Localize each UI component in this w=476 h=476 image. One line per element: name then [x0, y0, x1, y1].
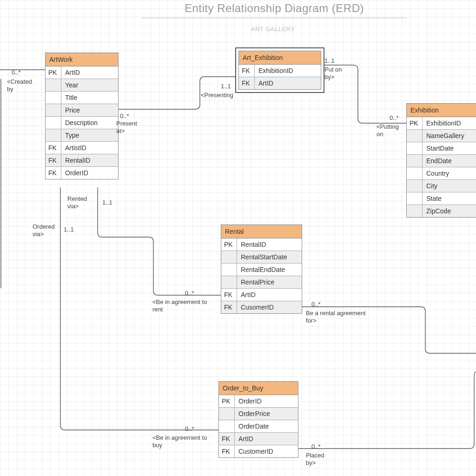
- key-cell: [219, 408, 235, 420]
- table-row: FKArtID: [219, 432, 298, 445]
- key-cell: [407, 205, 423, 217]
- val-cell: Title: [61, 92, 118, 104]
- val-cell: Description: [61, 117, 118, 129]
- key-cell: FK: [219, 445, 235, 457]
- key-cell: [407, 167, 423, 179]
- table-row: RentalEndDate: [221, 263, 302, 276]
- entity-order-rows: PKOrderIDOrderPriceOrderDateFKArtIDFKCus…: [219, 395, 298, 457]
- val-cell: Price: [61, 104, 118, 116]
- table-row: Title: [46, 91, 118, 104]
- val-cell: ArtID: [61, 66, 118, 79]
- table-row: PKOrderID: [219, 395, 298, 407]
- lbl-agree-buy: <Be in agreement to buy: [152, 434, 207, 450]
- key-cell: FK: [239, 65, 255, 77]
- key-cell: FK: [46, 142, 61, 154]
- val-cell: ArtID: [235, 433, 298, 445]
- table-row: PKRentalID: [221, 238, 302, 251]
- lbl-created-by: <Created by: [7, 78, 32, 93]
- mult-created-by: 0..*: [12, 69, 21, 76]
- table-row: FKOrderID: [46, 166, 118, 179]
- val-cell: State: [423, 192, 476, 205]
- entity-rental-title: Rental: [221, 225, 302, 238]
- entity-rental-rows: PKRentalIDRentalStartDateRentalEndDateRe…: [221, 238, 302, 313]
- table-row: Country: [407, 167, 476, 179]
- table-row: Price: [46, 104, 118, 116]
- val-cell: CustomerID: [235, 445, 298, 457]
- table-row: PKArtID: [46, 66, 118, 79]
- lbl-rented-via: Rented via>: [67, 195, 87, 211]
- key-cell: [407, 142, 423, 154]
- val-cell: RentalID: [237, 238, 302, 251]
- table-row: City: [407, 179, 476, 192]
- val-cell: EndDate: [423, 155, 476, 167]
- table-row: FKRentalID: [46, 154, 118, 166]
- entity-artwork-title: ArtWork: [46, 53, 118, 66]
- val-cell: OrderID: [235, 395, 298, 407]
- val-cell: NameGallery: [423, 130, 476, 142]
- table-row: FKCustomerID: [219, 445, 298, 457]
- val-cell: CusomerID: [237, 301, 302, 313]
- table-row: Year: [46, 79, 118, 91]
- entity-art-exhibition-title: Art_Exhibition: [239, 51, 321, 65]
- key-cell: [46, 79, 61, 91]
- table-row: OrderPrice: [219, 407, 298, 420]
- table-row: ZipCode: [407, 205, 476, 217]
- val-cell: ExhibitionID: [423, 117, 476, 129]
- lbl-present-at: Present at>: [116, 120, 137, 135]
- key-cell: PK: [221, 238, 237, 251]
- lbl-placed-by: Placed by>: [306, 452, 324, 467]
- val-cell: ExhibitionID: [255, 65, 321, 77]
- table-row: FKCusomerID: [221, 301, 302, 313]
- mult-put-on-by: 1..1: [324, 57, 335, 65]
- val-cell: ArtID: [237, 289, 302, 301]
- mult-rented-via: 1..1: [102, 199, 112, 206]
- key-cell: [407, 130, 423, 142]
- val-cell: RentalEndDate: [237, 264, 302, 276]
- key-cell: [221, 264, 237, 276]
- entity-artwork[interactable]: ArtWork PKArtIDYearTitlePriceDescription…: [45, 53, 119, 179]
- diagram-subtitle: ART GALLERY: [251, 26, 295, 33]
- entity-art-exhibition-wrapper[interactable]: Art_Exhibition FKExhibitionIDFKArtID: [235, 47, 324, 93]
- key-cell: [221, 276, 237, 288]
- val-cell: City: [423, 180, 476, 192]
- entity-order[interactable]: Order_to_Buy PKOrderIDOrderPriceOrderDat…: [218, 381, 298, 458]
- lbl-put-on-by: Put on by>: [324, 66, 342, 81]
- val-cell: RentalID: [61, 154, 118, 166]
- key-cell: FK: [46, 154, 61, 166]
- table-row: RentalPrice: [221, 276, 302, 288]
- mult-agree-rent: 0..*: [185, 290, 194, 297]
- key-cell: FK: [46, 167, 61, 179]
- val-cell: Country: [423, 167, 476, 179]
- val-cell: Type: [61, 129, 118, 141]
- mult-placed-by: 0..*: [311, 443, 321, 450]
- table-row: RentalStartDate: [221, 251, 302, 263]
- val-cell: ZipCode: [423, 205, 476, 217]
- key-cell: [407, 155, 423, 167]
- key-cell: [219, 420, 235, 432]
- table-row: FKArtID: [239, 77, 321, 89]
- key-cell: FK: [239, 77, 255, 89]
- table-row: StartDate: [407, 142, 476, 154]
- entity-exhibition-rows: PKExhibitionIDNameGalleryStartDateEndDat…: [407, 117, 476, 217]
- key-cell: FK: [221, 289, 237, 301]
- val-cell: RentalPrice: [237, 276, 302, 288]
- table-row: PKExhibitionID: [407, 117, 476, 129]
- table-row: FKArtistID: [46, 141, 118, 154]
- lbl-agree-rent: <Be in agreement to rent: [152, 298, 207, 314]
- val-cell: Year: [61, 79, 118, 91]
- erd-canvas[interactable]: Entity Relationship Diagram (ERD) ART GA…: [0, 0, 476, 476]
- entity-rental[interactable]: Rental PKRentalIDRentalStartDateRentalEn…: [221, 225, 302, 314]
- key-cell: [407, 192, 423, 205]
- table-row: FKExhibitionID: [239, 65, 321, 77]
- val-cell: StartDate: [423, 142, 476, 154]
- key-cell: FK: [221, 301, 237, 313]
- val-cell: OrderPrice: [235, 408, 298, 420]
- diagram-title: Entity Relationship Diagram (ERD): [142, 2, 407, 15]
- key-cell: [221, 251, 237, 263]
- table-row: Description: [46, 116, 118, 129]
- val-cell: ArtistID: [61, 142, 118, 154]
- key-cell: [46, 129, 61, 141]
- mult-ordered-via: 1..1: [64, 226, 74, 233]
- key-cell: FK: [219, 433, 235, 445]
- entity-exhibition[interactable]: Exhibition PKExhibitionIDNameGalleryStar…: [406, 103, 476, 218]
